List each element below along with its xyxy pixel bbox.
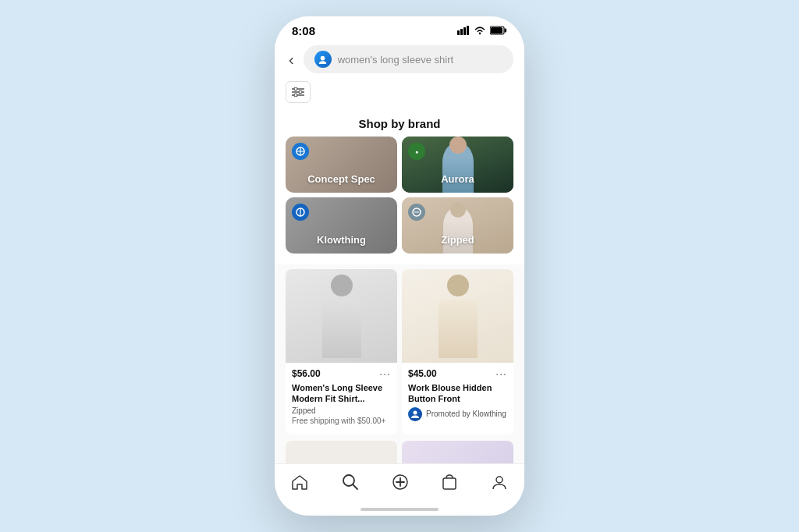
nav-bag[interactable] bbox=[434, 472, 465, 492]
filter-row bbox=[275, 78, 524, 109]
brand-name-klowthing: Klowthing bbox=[286, 234, 397, 246]
brand-name-zipped: Zipped bbox=[402, 234, 513, 246]
svg-rect-1 bbox=[460, 29, 463, 35]
product-more-2[interactable]: ··· bbox=[495, 367, 507, 380]
product-price-1: $56.00 bbox=[292, 368, 321, 379]
product-name-1: Women's Long Sleeve Modern Fit Shirt... bbox=[292, 382, 391, 405]
product-info-1: $56.00 ··· Women's Long Sleeve Modern Fi… bbox=[286, 363, 397, 434]
product-price-2: $45.00 bbox=[408, 368, 437, 379]
brand-name-concept-spec: Concept Spec bbox=[286, 173, 397, 185]
nav-search[interactable] bbox=[334, 472, 367, 492]
brand-logo-aurora: ● bbox=[408, 143, 425, 160]
search-bar[interactable]: women's long sleeve shirt bbox=[304, 45, 513, 73]
brand-card-klowthing[interactable]: Klowthing bbox=[286, 197, 397, 254]
phone-frame: 8:08 bbox=[275, 16, 524, 516]
home-indicator bbox=[275, 503, 524, 516]
products-grid: $56.00 ··· Women's Long Sleeve Modern Fi… bbox=[275, 264, 524, 441]
svg-rect-7 bbox=[491, 27, 502, 34]
battery-icon bbox=[490, 26, 507, 37]
product-image-2 bbox=[402, 269, 513, 363]
svg-rect-6 bbox=[505, 28, 507, 32]
product-info-2: $45.00 ··· Work Blouse Hidden Button Fro… bbox=[402, 363, 513, 427]
signal-icon bbox=[457, 26, 470, 37]
product-more-1[interactable]: ··· bbox=[379, 367, 391, 380]
brand-name-aurora: Aurora bbox=[402, 173, 513, 185]
svg-point-13 bbox=[299, 90, 302, 94]
nav-create[interactable] bbox=[384, 472, 417, 492]
svg-rect-3 bbox=[467, 26, 469, 35]
nav-profile[interactable] bbox=[483, 472, 516, 492]
svg-point-12 bbox=[294, 87, 297, 90]
wifi-icon bbox=[474, 26, 486, 37]
shop-by-brand-title: Shop by brand bbox=[275, 109, 524, 137]
content-area: Shop by brand Concept Spec bbox=[275, 109, 524, 463]
home-bar bbox=[360, 508, 439, 511]
svg-point-22 bbox=[414, 410, 417, 414]
product-card-2[interactable]: $45.00 ··· Work Blouse Hidden Button Fro… bbox=[402, 269, 513, 434]
status-bar: 8:08 bbox=[275, 16, 524, 41]
nav-home[interactable] bbox=[283, 473, 316, 491]
brand-grid: Concept Spec ● bbox=[275, 137, 524, 261]
svg-point-29 bbox=[496, 477, 502, 483]
search-placeholder: women's long sleeve shirt bbox=[338, 54, 502, 66]
svg-point-14 bbox=[294, 94, 297, 97]
product-brand-1: Zipped bbox=[292, 406, 391, 415]
promoted-text: Promoted by Klowthing bbox=[426, 410, 506, 418]
product-image-1 bbox=[286, 269, 397, 363]
brand-logo-concept bbox=[292, 143, 309, 160]
svg-rect-2 bbox=[463, 27, 466, 35]
svg-line-24 bbox=[353, 484, 357, 489]
product-promoted-row: Promoted by Klowthing bbox=[408, 407, 507, 421]
promoted-avatar bbox=[408, 407, 422, 421]
status-icons bbox=[457, 26, 507, 37]
search-avatar-icon bbox=[314, 51, 332, 68]
search-row: ‹ women's long sleeve shirt bbox=[275, 41, 524, 78]
brand-card-concept-spec[interactable]: Concept Spec bbox=[286, 137, 397, 193]
partial-products-row bbox=[275, 441, 524, 463]
product-card-1[interactable]: $56.00 ··· Women's Long Sleeve Modern Fi… bbox=[286, 269, 397, 434]
status-time: 8:08 bbox=[292, 24, 315, 37]
brand-card-zipped[interactable]: Zipped bbox=[402, 197, 513, 254]
back-button[interactable]: ‹ bbox=[286, 49, 297, 70]
brand-logo-zipped bbox=[408, 204, 425, 221]
svg-rect-28 bbox=[443, 478, 456, 489]
bottom-nav bbox=[275, 463, 524, 503]
partial-card-1 bbox=[286, 441, 397, 463]
partial-card-2 bbox=[402, 441, 513, 463]
product-name-2: Work Blouse Hidden Button Front bbox=[408, 382, 507, 405]
svg-rect-0 bbox=[457, 30, 460, 35]
svg-point-4 bbox=[479, 32, 481, 34]
svg-point-8 bbox=[321, 55, 325, 60]
filter-button[interactable] bbox=[286, 81, 311, 103]
product-shipping-1: Free shipping with $50.00+ bbox=[292, 417, 391, 425]
brand-logo-klowthing bbox=[292, 204, 309, 221]
brand-card-aurora[interactable]: ● Aurora bbox=[402, 137, 513, 193]
